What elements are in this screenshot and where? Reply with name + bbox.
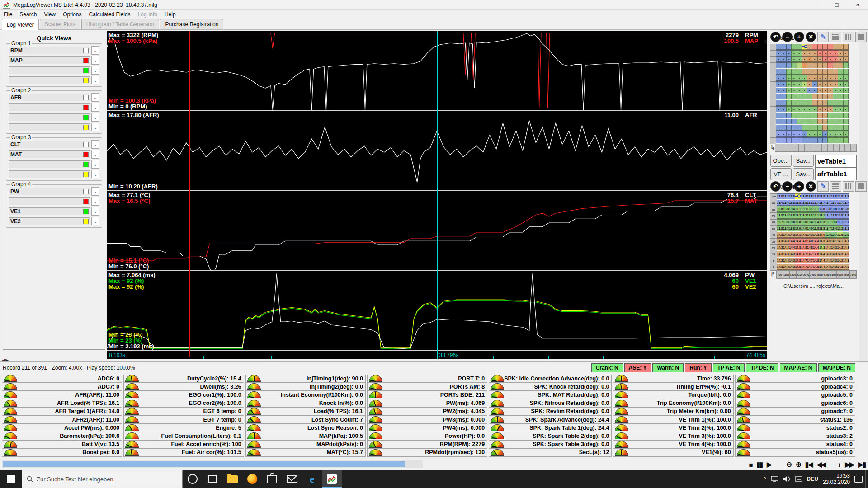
afr-cell[interactable]: 14.4 (819, 251, 825, 257)
ve-cell[interactable]: - (843, 137, 849, 143)
afr-cell[interactable]: 14.3 (789, 258, 795, 263)
save-afr-button[interactable]: Sav... (793, 168, 814, 180)
afr-cell[interactable]: 14.8 (795, 244, 801, 250)
network-icon[interactable] (771, 476, 778, 482)
afr-cell[interactable]: 14.3 (807, 232, 813, 238)
keyboard-icon[interactable] (795, 476, 802, 482)
afr-cell[interactable]: 14.1 (795, 232, 801, 238)
afr-cell[interactable]: 13.8 (801, 193, 807, 199)
chevron-down-icon[interactable]: ⌄ (91, 140, 99, 149)
afr-cell[interactable]: 14.3 (843, 251, 849, 257)
start-button[interactable] (0, 470, 22, 488)
chevron-down-icon[interactable]: ⌄ (91, 197, 99, 206)
afr-cell[interactable]: 13.8 (831, 193, 837, 199)
afr-cell[interactable]: 14.3 (819, 244, 825, 250)
afr-cell[interactable]: 14.3 (831, 251, 837, 257)
ve-cell[interactable]: - (843, 69, 849, 75)
afr-cell[interactable]: 13.8 (825, 232, 831, 238)
afr-cell[interactable]: 14.4 (789, 244, 795, 250)
afr-cell[interactable]: 14.3 (819, 238, 825, 244)
afr-cell[interactable]: 14.1 (837, 238, 843, 244)
afr-cell[interactable]: 14.4 (819, 264, 825, 270)
ve-table-name-field[interactable]: veTable1 (815, 155, 857, 168)
skip-start-button[interactable]: ▮◀ (805, 460, 812, 469)
afr-cell[interactable]: 14.1 (831, 238, 837, 244)
afr-cell[interactable]: 14.7 (807, 264, 813, 270)
afr-cell[interactable]: 13.7 (843, 200, 849, 206)
show-desktop-button[interactable] (865, 470, 868, 488)
menu-calculated-fields[interactable]: Calculated Fields (85, 10, 134, 19)
afr-cell[interactable]: 13.8 (783, 212, 789, 218)
chevron-down-icon[interactable]: ⌄ (91, 207, 99, 216)
afr-cell[interactable]: 14.3 (825, 251, 831, 257)
chevron-down-icon[interactable]: ⌄ (91, 123, 99, 131)
afr-cell[interactable]: 13.7 (831, 232, 837, 238)
afr-cell[interactable]: 14.3 (777, 232, 783, 238)
menu-file[interactable]: File (0, 10, 16, 19)
afr-cell[interactable]: 13.1 (825, 219, 831, 225)
field-combo-empty[interactable] (9, 76, 90, 84)
pencil-button[interactable]: ✎ (817, 181, 829, 192)
afr-cell[interactable]: 14.0 (807, 225, 813, 231)
circ-minus-icon[interactable]: − (782, 181, 793, 192)
tab-log-viewer[interactable]: Log Viewer (2, 19, 39, 30)
ve-cell[interactable]: - (843, 125, 849, 131)
field-combo-ve2[interactable]: VE2 (9, 217, 90, 225)
afr-cell[interactable]: 13.8 (831, 212, 837, 218)
ve-button[interactable]: VE ... (770, 168, 792, 180)
panel-collapse-icon[interactable] (763, 39, 767, 44)
afr-cell[interactable]: 13.8 (783, 193, 789, 199)
circ-plus-icon[interactable]: + (794, 181, 804, 192)
afr-cell[interactable]: 14.3 (783, 232, 789, 238)
chart-h-scrollbar-thumb[interactable] (3, 461, 405, 467)
tab-purchase-registration[interactable]: Purchase Registration (160, 19, 223, 29)
circ-arrow-icon[interactable]: ↶ (770, 32, 781, 42)
ve-cell[interactable]: - (843, 131, 849, 137)
afr-cell[interactable]: 14.8 (807, 244, 813, 250)
afr-cell[interactable]: 13.8 (789, 219, 795, 225)
pencil-button[interactable]: ✎ (817, 32, 829, 42)
afr-cell[interactable]: 14.0 (825, 238, 831, 244)
afr-cell[interactable]: 14.4 (819, 258, 825, 263)
afr-cell[interactable]: 14.3 (777, 251, 783, 257)
afr-cell[interactable]: 13.8 (837, 232, 843, 238)
afr-cell[interactable]: 14.3 (837, 251, 843, 257)
afr-cell[interactable]: 14.0 (819, 232, 825, 238)
afr-cell[interactable]: 13.8 (837, 193, 843, 199)
afr-cell[interactable]: 13.8 (825, 206, 831, 212)
afr-cell[interactable]: 13.1 (801, 206, 807, 212)
field-combo-afr[interactable]: AFR (9, 94, 90, 101)
field-combo-map[interactable]: MAP (9, 56, 90, 64)
taskbar-search-input[interactable]: Zur Suche Text hier eingeben (22, 470, 183, 488)
menu-view[interactable]: View (40, 10, 59, 19)
chevron-down-icon[interactable]: ⌄ (91, 113, 99, 122)
afr-cell[interactable]: 13.7 (813, 200, 819, 206)
afr-cell[interactable]: 13.1 (837, 219, 843, 225)
afr-cell[interactable]: 14.7 (807, 258, 813, 263)
afr-cell[interactable]: 13.8 (777, 212, 783, 218)
speaker-icon[interactable] (783, 476, 790, 482)
circ-arrow-icon[interactable]: ↶ (770, 181, 781, 192)
megalogviewer-taskbar-button[interactable] (322, 470, 342, 488)
afr-cell[interactable]: 14.3 (783, 238, 789, 244)
mail-button[interactable] (282, 470, 302, 488)
menu-help[interactable]: Help (161, 10, 179, 19)
chart-h-scrollbar[interactable] (2, 460, 423, 468)
afr-cell[interactable]: 14.8 (801, 238, 807, 244)
afr-cell[interactable]: 13.8 (819, 225, 825, 231)
afr-cell[interactable]: 13.8 (789, 200, 795, 206)
afr-cell[interactable]: 13.3 (843, 225, 849, 231)
afr-cell[interactable] (795, 193, 801, 199)
field-combo-clt[interactable]: CLT (9, 141, 90, 148)
ve-cell[interactable]: - (843, 94, 849, 99)
step-forward-button[interactable]: + (837, 461, 840, 469)
afr-cell[interactable]: 14.3 (825, 244, 831, 250)
afr-cell[interactable]: 14.3 (813, 232, 819, 238)
afr-cell[interactable]: 14.7 (807, 251, 813, 257)
skip-end-button[interactable]: ▶▮ (858, 460, 865, 469)
afr-cell[interactable]: 13.4 (777, 200, 783, 206)
zoom-out-button[interactable]: ⊖ (787, 460, 792, 469)
rewind-button[interactable]: ◀◀ (817, 460, 826, 469)
firefox-button[interactable] (242, 470, 262, 488)
afr-cell[interactable]: 13.8 (789, 212, 795, 218)
